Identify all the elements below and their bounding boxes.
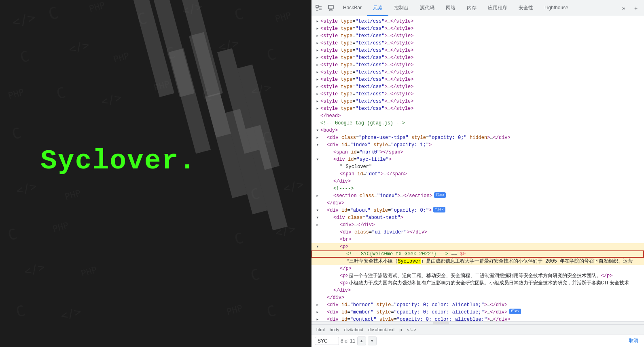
dom-line: ▶ <style type="text/css">…</style>: [311, 83, 644, 90]
dom-line: ▼ <div id="about" style="opacity: 0;"> f…: [311, 207, 644, 214]
dom-line: ▶ <style type="text/css">…</style>: [311, 25, 644, 32]
tab-application[interactable]: 应用程序: [482, 0, 513, 16]
expand-arrow[interactable]: ▶: [315, 105, 320, 112]
expand-arrow[interactable]: ▶: [315, 32, 320, 40]
prev-result-btn[interactable]: ▲: [357, 336, 366, 345]
expand-arrow[interactable]: ▶: [315, 40, 320, 47]
expand-arrow[interactable]: ▶: [315, 98, 320, 105]
breadcrumb-divabout[interactable]: div#about: [343, 326, 365, 333]
svg-rect-1: [328, 5, 333, 9]
tab-console[interactable]: 控制台: [388, 0, 414, 16]
dom-line: <div class="ui divider"></div>: [311, 229, 644, 236]
expand-arrow[interactable]: ▼: [315, 214, 320, 221]
devtools-panel: HackBar 元素 控制台 源代码 网络 内存 应用程序 安全性 Lighth…: [311, 0, 644, 347]
devtools-tabs: HackBar 元素 控制台 源代码 网络 内存 应用程序 安全性 Lighth…: [337, 0, 618, 16]
page-count: 8 of 11: [341, 338, 356, 344]
dom-line: </head>: [311, 112, 644, 120]
tab-network[interactable]: 网络: [440, 0, 461, 16]
dom-line: </div>: [311, 178, 644, 185]
svg-rect-2: [330, 9, 332, 11]
breadcrumb-divabouttext[interactable]: div.about-text: [366, 326, 396, 333]
dom-line: <!---->: [311, 185, 644, 192]
dom-line: ▼ <p>: [311, 243, 644, 250]
dom-line: ▶ <div id="hornor" style="opacity: 0; co…: [311, 301, 644, 309]
horizontal-scrollbar[interactable]: [311, 321, 644, 324]
next-result-btn[interactable]: ▼: [368, 336, 377, 345]
dom-line: ▶ <style type="text/css">…</style>: [311, 76, 644, 83]
expand-arrow[interactable]: ▶: [315, 316, 320, 321]
tab-lighthouse[interactable]: Lighthouse: [539, 0, 574, 16]
footer-left: 8 of 11 ▲ ▼: [315, 336, 377, 345]
svg-rect-0: [316, 5, 318, 8]
dom-line: ▶ <style type="text/css">…</style>: [311, 105, 644, 112]
inspect-element-btn[interactable]: [313, 2, 324, 14]
dom-line: <p>是一个专注于渗透测试、逆向工程、移动安全、安全编程、二进制漏洞挖掘利用等安…: [311, 272, 644, 280]
expand-arrow[interactable]: ▶: [315, 83, 320, 90]
expand-arrow[interactable]: ▶: [315, 54, 320, 61]
expand-arrow[interactable]: ▶: [315, 61, 320, 69]
expand-arrow[interactable]: ▶: [315, 221, 320, 229]
site-title: Syclover.: [40, 145, 196, 177]
breadcrumb-body[interactable]: body: [328, 326, 341, 333]
cancel-btn[interactable]: 取消: [626, 336, 641, 345]
expand-arrow[interactable]: ▶: [315, 47, 320, 54]
dom-line: <!-- Google tag (gtag.js) -->: [311, 120, 644, 127]
expand-arrow[interactable]: ▼: [315, 156, 320, 163]
dom-line: <br>: [311, 236, 644, 243]
expand-arrow[interactable]: ▼: [315, 141, 320, 149]
flag-comment-line: <!-- SYC{Welc0me_t0_Geek_2022!} --> == $…: [311, 250, 644, 258]
expand-arrow[interactable]: ▶: [315, 69, 320, 76]
dom-line: ▶ <style type="text/css">…</style>: [311, 18, 644, 25]
dom-line: ▶ <div class="phone-user-tips" style="op…: [311, 134, 644, 141]
devtools-breadcrumb: html body div#about div.about-text p <!-…: [311, 324, 644, 334]
dom-line: </div>: [311, 294, 644, 301]
breadcrumb-p[interactable]: p: [398, 326, 404, 333]
flex-badge: flex: [434, 192, 446, 198]
tab-hackbar[interactable]: HackBar: [337, 0, 367, 16]
dom-line: ▶ <style type="text/css">…</style>: [311, 69, 644, 76]
dom-line: ▶ <style type="text/css">…</style>: [311, 54, 644, 61]
expand-arrow[interactable]: ▼: [315, 127, 320, 134]
website-preview: </> C PHP C </> C PHP C </> PHP C </> C …: [0, 0, 311, 347]
dom-line: "三叶草安全技术小组（Syclover）是由成都信息工程大学一群爱好安全技术的小…: [311, 258, 644, 265]
more-tabs-btn[interactable]: »: [618, 2, 629, 14]
expand-arrow[interactable]: ▶: [315, 18, 320, 25]
flex-badge: flex: [433, 207, 445, 212]
expand-arrow[interactable]: ▼: [315, 243, 320, 250]
dom-line: ▶ <style type="text/css">…</style>: [311, 98, 644, 105]
dom-line: ▼ <div class="about-text">: [311, 214, 644, 221]
expand-arrow[interactable]: ▼: [315, 207, 320, 214]
dom-line: ▶ <style type="text/css">…</style>: [311, 40, 644, 47]
dom-line: ▶ <style type="text/css">…</style>: [311, 61, 644, 69]
tab-sources[interactable]: 源代码: [414, 0, 440, 16]
expand-arrow[interactable]: ▶: [315, 192, 320, 200]
dom-line: ▶ <div id="member" style="opacity: 0; co…: [311, 309, 644, 316]
search-input[interactable]: [315, 337, 339, 345]
breadcrumb-comment[interactable]: <!-->: [405, 326, 418, 333]
add-tab-btn[interactable]: +: [630, 2, 642, 14]
devtools-toolbar: HackBar 元素 控制台 源代码 网络 内存 应用程序 安全性 Lighth…: [311, 0, 644, 16]
dom-line: </div>: [311, 287, 644, 294]
dom-line: <span id="dot">.</span>: [311, 170, 644, 178]
expand-arrow[interactable]: ▶: [315, 25, 320, 32]
device-toolbar-btn[interactable]: [325, 2, 337, 14]
breadcrumb-html[interactable]: html: [315, 326, 326, 333]
tab-security[interactable]: 安全性: [513, 0, 539, 16]
tab-elements[interactable]: 元素: [367, 0, 388, 16]
dom-line: <p>小组致力于成为国内实力强劲和拥有广泛影响力的安全研究团队。小组成员日常致力…: [311, 280, 644, 287]
dom-line: ▶ <div id="contact" style="opacity: 0; c…: [311, 316, 644, 321]
dom-line: ▶ <style type="text/css">…</style>: [311, 90, 644, 98]
expand-arrow[interactable]: ▶: [315, 134, 320, 141]
dom-line: ▶ <div>…</div>: [311, 221, 644, 229]
dom-line: ▼ <body>: [311, 127, 644, 134]
tab-memory[interactable]: 内存: [461, 0, 482, 16]
devtools-footer: 8 of 11 ▲ ▼ 取消: [311, 334, 644, 347]
expand-arrow[interactable]: ▶: [315, 309, 320, 316]
dom-line: ▼ <div id="syc-title">: [311, 156, 644, 163]
dom-content[interactable]: ▶ <style type="text/css">…</style> ▶ <st…: [311, 16, 644, 321]
expand-arrow[interactable]: ▶: [315, 76, 320, 83]
expand-arrow[interactable]: ▶: [315, 90, 320, 98]
flex-badge: flex: [509, 309, 521, 314]
expand-arrow[interactable]: ▶: [315, 301, 320, 309]
dom-line: ▶ <style type="text/css">…</style>: [311, 47, 644, 54]
